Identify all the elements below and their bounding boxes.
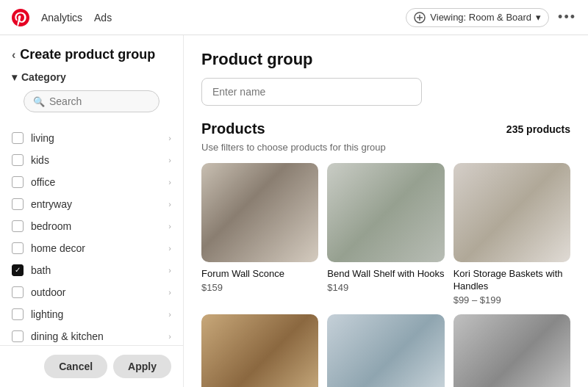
category-label: home decor xyxy=(31,242,161,254)
category-checkbox[interactable] xyxy=(12,132,24,144)
product-card[interactable]: Forum Wall Sconce $159 xyxy=(201,163,318,305)
category-label: lighting xyxy=(31,308,161,320)
content-area: Product group Products 235 products Use … xyxy=(184,35,588,387)
product-name: Kori Storage Baskets with Handles xyxy=(453,268,570,293)
page-title: Create product group xyxy=(20,47,155,62)
plus-circle-icon xyxy=(414,12,426,23)
category-header[interactable]: ▾ Category xyxy=(12,71,171,83)
chevron-down-icon: ▾ xyxy=(12,71,17,83)
product-card[interactable]: Strand Vanity $799 xyxy=(327,314,444,387)
top-nav: Analytics Ads Viewing: Room & Board ▾ ••… xyxy=(0,0,588,35)
category-label: office xyxy=(31,176,161,188)
products-title: Products xyxy=(201,120,265,137)
search-input[interactable] xyxy=(49,95,150,107)
products-count: 235 products xyxy=(506,123,570,135)
sidebar: ‹ Create product group ▾ Category 🔍 livi… xyxy=(0,35,184,387)
back-arrow-icon: ‹ xyxy=(12,48,15,62)
viewing-label: Viewing: Room & Board xyxy=(430,12,531,23)
category-item[interactable]: outdoor › xyxy=(0,281,183,303)
category-checkbox[interactable] xyxy=(12,308,24,320)
product-image xyxy=(327,163,444,262)
analytics-nav[interactable]: Analytics xyxy=(41,9,82,26)
category-item[interactable]: bedroom › xyxy=(0,215,183,237)
category-chevron-icon: › xyxy=(168,156,171,164)
product-card[interactable]: Bath Towel Set $89 xyxy=(453,314,570,387)
category-item[interactable]: kids › xyxy=(0,149,183,171)
search-box: 🔍 xyxy=(24,90,159,112)
category-checkbox[interactable] xyxy=(12,176,24,188)
category-item[interactable]: living › xyxy=(0,127,183,149)
category-list: living › kids › office › entryway › bedr xyxy=(0,124,183,345)
category-checkbox[interactable] xyxy=(12,286,24,298)
category-label: living xyxy=(31,132,161,144)
nav-links: Analytics Ads xyxy=(41,9,406,26)
category-item[interactable]: dining & kitchen › xyxy=(0,325,183,345)
check-mark: ✓ xyxy=(15,267,21,274)
pinterest-logo xyxy=(12,9,29,26)
category-item[interactable]: ✓ bath › xyxy=(0,259,183,281)
viewing-badge[interactable]: Viewing: Room & Board ▾ xyxy=(406,8,549,27)
nav-right: Viewing: Room & Board ▾ ••• xyxy=(406,8,576,27)
category-item[interactable]: office › xyxy=(0,171,183,193)
product-image xyxy=(453,163,570,262)
products-header: Products 235 products xyxy=(201,120,570,137)
category-chevron-icon: › xyxy=(168,310,171,319)
products-subtitle: Use filters to choose products for this … xyxy=(201,142,570,153)
product-image xyxy=(201,163,318,262)
category-checkbox[interactable] xyxy=(12,154,24,166)
category-chevron-icon: › xyxy=(168,266,171,275)
category-item[interactable]: home decor › xyxy=(0,237,183,259)
ads-nav[interactable]: Ads xyxy=(94,9,112,26)
category-checkbox[interactable] xyxy=(12,198,24,210)
category-chevron-icon: › xyxy=(168,178,171,187)
category-checkbox[interactable] xyxy=(12,242,24,254)
category-item[interactable]: lighting › xyxy=(0,303,183,325)
category-chevron-icon: › xyxy=(168,332,171,341)
category-label: entryway xyxy=(31,198,161,210)
category-chevron-icon: › xyxy=(168,134,171,142)
product-card[interactable]: Kori Storage Baskets with Handles $99 – … xyxy=(453,163,570,305)
main-layout: ‹ Create product group ▾ Category 🔍 livi… xyxy=(0,35,588,387)
product-card[interactable]: Marin Nightstand $349 xyxy=(201,314,318,387)
product-name: Bend Wall Shelf with Hooks xyxy=(327,268,444,281)
cancel-button[interactable]: Cancel xyxy=(44,355,107,378)
product-price: $149 xyxy=(327,282,444,293)
product-price: $99 – $199 xyxy=(453,294,570,305)
search-icon: 🔍 xyxy=(33,96,45,107)
category-label: bedroom xyxy=(31,220,161,232)
product-group-title: Product group xyxy=(201,50,570,69)
category-checkbox[interactable]: ✓ xyxy=(12,264,24,276)
category-label: bath xyxy=(31,264,161,276)
chevron-down-icon: ▾ xyxy=(536,12,541,23)
category-chevron-icon: › xyxy=(168,288,171,297)
product-image xyxy=(327,314,444,387)
category-chevron-icon: › xyxy=(168,200,171,209)
product-name: Forum Wall Sconce xyxy=(201,268,318,281)
category-checkbox[interactable] xyxy=(12,330,24,342)
apply-button[interactable]: Apply xyxy=(113,355,171,378)
product-price: $159 xyxy=(201,282,318,293)
product-name-input[interactable] xyxy=(201,78,422,106)
sidebar-header: ‹ Create product group ▾ Category 🔍 xyxy=(0,35,183,124)
back-link[interactable]: ‹ Create product group xyxy=(12,47,171,62)
sidebar-footer: Cancel Apply xyxy=(0,345,183,387)
category-label: dining & kitchen xyxy=(31,330,161,342)
category-chevron-icon: › xyxy=(168,222,171,231)
category-label: Category xyxy=(21,71,66,83)
more-options-icon[interactable]: ••• xyxy=(558,10,576,25)
product-image xyxy=(453,314,570,387)
category-item[interactable]: entryway › xyxy=(0,193,183,215)
product-image xyxy=(201,314,318,387)
category-label: outdoor xyxy=(31,286,161,298)
product-card[interactable]: Bend Wall Shelf with Hooks $149 xyxy=(327,163,444,305)
category-label: kids xyxy=(31,154,161,166)
products-grid: Forum Wall Sconce $159 Bend Wall Shelf w… xyxy=(201,163,570,387)
category-checkbox[interactable] xyxy=(12,220,24,232)
category-chevron-icon: › xyxy=(168,244,171,253)
